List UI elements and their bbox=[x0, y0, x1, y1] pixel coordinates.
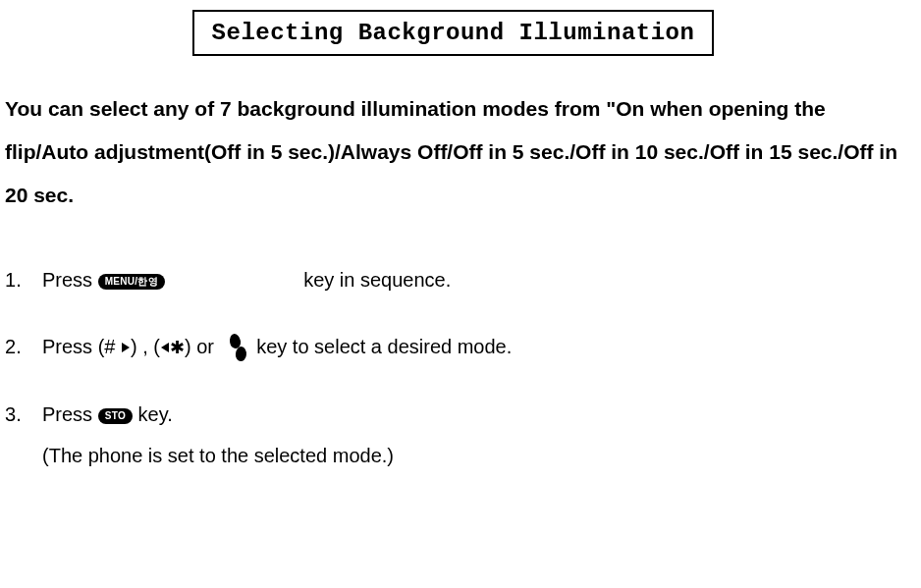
step-3: Press STO key. (The phone is set to the … bbox=[5, 399, 901, 471]
instruction-list: Press MENU/한영 key in sequence. Press (# … bbox=[5, 264, 901, 471]
step-3-note: (The phone is set to the selected mode.) bbox=[42, 440, 901, 471]
step-1-pre: Press bbox=[42, 269, 98, 291]
step-2-pre: Press (# bbox=[42, 336, 121, 357]
intro-paragraph: You can select any of 7 background illum… bbox=[5, 87, 901, 217]
step-3-post: key. bbox=[138, 403, 173, 425]
step-1-post: key in sequence. bbox=[303, 269, 451, 291]
step-1: Press MENU/한영 key in sequence. bbox=[5, 264, 901, 295]
left-triangle-icon bbox=[161, 343, 169, 352]
right-triangle-icon bbox=[122, 343, 130, 352]
volume-key-icon bbox=[223, 334, 248, 363]
step-2-post: key to select a desired mode. bbox=[251, 336, 513, 357]
step-3-pre: Press bbox=[42, 403, 98, 425]
step-2: Press (# ) , (✱) or key to select a desi… bbox=[5, 331, 901, 363]
asterisk-icon: ✱ bbox=[170, 339, 185, 358]
step-2-mid1: ) , ( bbox=[131, 336, 160, 357]
sto-key-icon: STO bbox=[98, 408, 133, 424]
section-title: Selecting Background Illumination bbox=[192, 10, 715, 56]
step-2-mid2: ) or bbox=[185, 336, 220, 357]
menu-key-icon: MENU/한영 bbox=[98, 274, 165, 290]
